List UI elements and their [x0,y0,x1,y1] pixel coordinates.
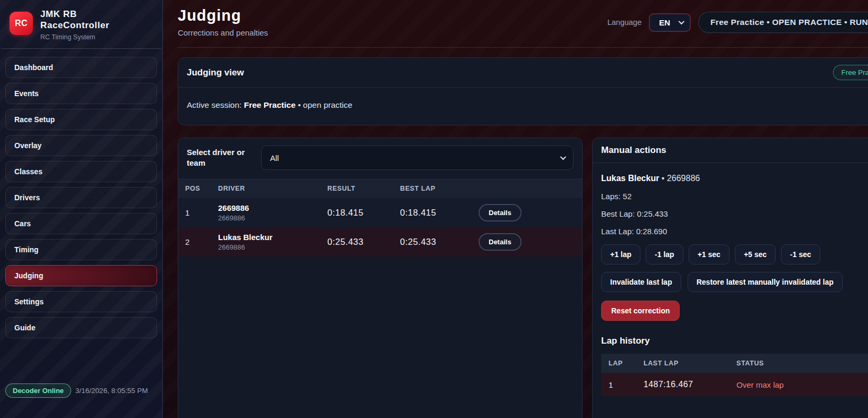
driver-transponder: 2669886 [218,243,327,251]
cell-lap-number: 1 [601,373,644,396]
cell-lap-status: Over max lap [736,373,868,396]
cell-pos: 2 [178,227,218,257]
sidebar-item-events[interactable]: Events [5,83,157,104]
cell-last-lap: 1487:16.467 [644,373,736,396]
invalidate-last-lap-button[interactable]: Invalidate last lap [601,272,681,292]
language-select[interactable]: EN [649,13,691,32]
sidebar-item-dashboard[interactable]: Dashboard [5,57,157,78]
driver-name: 2669886 [218,203,327,212]
sidebar-item-drivers[interactable]: Drivers [5,187,157,208]
cell-actions: Details [479,198,582,227]
driver-select-label: Select driver or team [187,147,249,169]
cell-pos: 1 [178,198,218,227]
driver-results-card: Select driver or team All POS DRIVER RES… [178,138,583,418]
manual-actions-title: Manual actions [601,145,666,156]
brand-text: JMK RB RaceController RC Timing System [40,8,109,41]
session-name-badge: Free Practice [833,65,868,80]
page-head: Judging Corrections and penalties [178,0,268,37]
details-button[interactable]: Details [479,233,522,251]
manual-actions-header: Manual actions [593,138,868,163]
minus-1-sec-button[interactable]: -1 sec [781,244,820,265]
sidebar-item-settings[interactable]: Settings [5,291,157,312]
language-label: Language [607,18,642,27]
table-header-row: POS DRIVER RESULT BEST LAP [178,179,582,198]
col-header-driver: DRIVER [218,179,327,198]
language-value: EN [659,18,670,27]
cell-actions: Details [479,227,582,257]
driver-select-value: All [270,153,279,163]
sidebar-item-cars[interactable]: Cars [5,213,157,234]
adjust-buttons-row: +1 lap -1 lap +1 sec +5 sec -1 sec [601,244,868,265]
page-subtitle: Corrections and penalties [178,28,268,37]
lap-history-header-row: LAP LAST LAP STATUS [601,354,868,373]
cell-result: 0:18.415 [327,198,400,227]
sidebar-item-judging[interactable]: Judging [5,265,157,286]
cell-result: 0:25.433 [327,227,400,257]
driver-results-table: POS DRIVER RESULT BEST LAP 1 2669886 266… [178,179,582,257]
brand-title-line2: RaceController [40,20,109,31]
sidebar-item-overlay[interactable]: Overlay [5,135,157,156]
selected-driver-name: Lukas Bleckur [601,174,659,183]
selected-driver-number: • 2669886 [662,174,700,183]
lap-history-title: Lap history [601,336,868,346]
decoder-online-badge: Decoder Online [5,383,71,398]
active-session-label: Active session: [187,100,241,109]
judging-view-header: Judging view Free Practice [178,58,868,88]
lap-history-table: LAP LAST LAP STATUS 1 1487:16.467 Over m… [601,354,868,396]
content-columns: Select driver or team All POS DRIVER RES… [178,138,868,418]
reset-correction-button[interactable]: Reset correction [601,301,680,321]
brand-subtitle: RC Timing System [40,33,109,41]
sidebar-item-guide[interactable]: Guide [5,317,157,338]
minus-1-lap-button[interactable]: -1 lap [646,244,683,265]
page-title: Judging [178,7,268,24]
active-session-name: Free Practice [244,100,296,109]
chevron-down-icon [560,154,566,160]
plus-1-sec-button[interactable]: +1 sec [689,244,730,265]
details-button[interactable]: Details [479,204,522,221]
chevron-down-icon [679,19,684,24]
col-header-best-lap: BEST LAP [400,179,479,198]
sidebar-nav: Dashboard Events Race Setup Overlay Clas… [0,49,162,338]
col-header-status: STATUS [736,354,868,373]
col-header-actions [479,179,582,198]
driver-transponder: 2669886 [218,214,327,222]
sidebar-item-timing[interactable]: Timing [5,239,157,260]
laps-count: Laps: 52 [601,192,868,201]
cell-driver: 2669886 2669886 [218,198,327,227]
col-header-lap: LAP [601,354,644,373]
header-controls: Language EN Free Practice • OPEN PRACTIC… [607,12,868,33]
plus-1-lap-button[interactable]: +1 lap [601,244,640,265]
manual-actions-card: Manual actions Lukas Bleckur • 2669886 L… [592,138,868,418]
sidebar-item-race-setup[interactable]: Race Setup [5,109,157,130]
driver-name: Lukas Bleckur [218,233,327,242]
status-timestamp: 3/16/2026, 8:05:55 PM [75,387,148,395]
app-logo-icon: RC [10,12,33,35]
manual-actions-body: Lukas Bleckur • 2669886 Laps: 52 Best La… [593,163,868,407]
cell-driver: Lukas Bleckur 2669886 [218,227,327,257]
lap-history-row[interactable]: 1 1487:16.467 Over max lap [601,373,868,396]
main-content: Judging Corrections and penalties Langua… [163,0,868,418]
table-row[interactable]: 2 Lukas Bleckur 2669886 0:25.433 0:25.43… [178,227,582,257]
table-row[interactable]: 1 2669886 2669886 0:18.415 0:18.415 Deta… [178,198,582,227]
sidebar-item-classes[interactable]: Classes [5,161,157,182]
active-session-line: Active session: Free Practice • open pra… [178,88,868,125]
cell-best-lap: 0:25.433 [400,227,479,257]
sidebar: RC JMK RB RaceController RC Timing Syste… [0,0,163,418]
driver-select-row: Select driver or team All [178,138,582,179]
col-header-pos: POS [178,179,218,198]
col-header-result: RESULT [327,179,400,198]
restore-invalidated-lap-button[interactable]: Restore latest manually invalidated lap [688,272,843,292]
plus-5-sec-button[interactable]: +5 sec [735,244,776,265]
cell-best-lap: 0:18.415 [400,198,479,227]
brand-title-line1: JMK RB [40,8,109,20]
active-session-type: • open practice [298,100,352,109]
lap-buttons-row: Invalidate last lap Restore latest manua… [601,272,868,292]
last-lap-value: Last Lap: 0:28.690 [601,227,868,236]
selected-driver-line: Lukas Bleckur • 2669886 [601,174,868,183]
best-lap-value: Best Lap: 0:25.433 [601,209,868,218]
brand: RC JMK RB RaceController RC Timing Syste… [1,0,161,49]
driver-select[interactable]: All [261,146,574,170]
judging-view-title: Judging view [187,67,244,78]
page-header: Judging Corrections and penalties Langua… [178,0,868,48]
session-status-badge: Free Practice • OPEN PRACTICE • RUNNING [698,12,868,33]
